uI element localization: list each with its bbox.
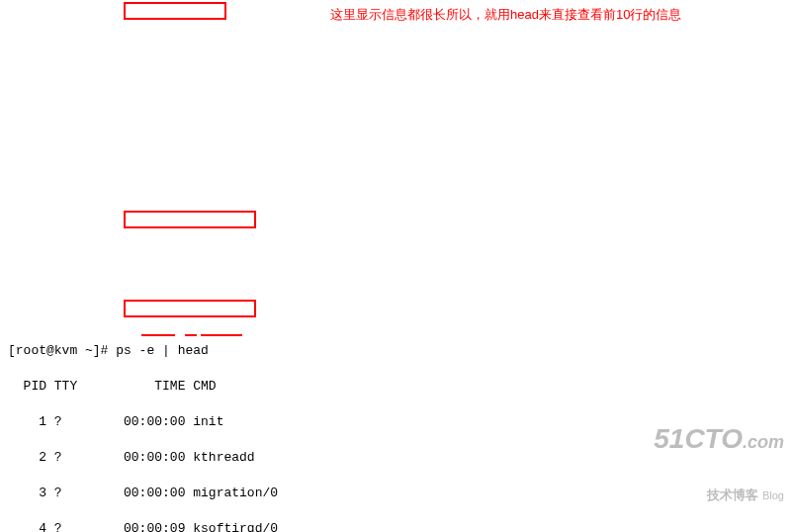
prompt-line-1: [root@kvm ~]# ps -e | head: [8, 342, 784, 360]
terminal[interactable]: [root@kvm ~]# ps -e | head PID TTY TIME …: [8, 324, 784, 532]
table-row: 2 ? 00:00:00 kthreadd: [8, 449, 784, 467]
table-row: 3 ? 00:00:00 migration/0: [8, 485, 784, 502]
annotation-text: 这里显示信息都很长所以，就用head来直接查看前10行的信息: [330, 6, 681, 24]
highlight-box-cmd2: [124, 211, 256, 228]
highlight-box-cmd3: [124, 300, 256, 317]
highlight-box-cmd1: [124, 2, 226, 20]
ps-e-header: PID TTY TIME CMD: [8, 378, 784, 396]
table-row: 1 ? 00:00:00 init: [8, 413, 784, 431]
command-1: ps -e | head: [116, 343, 209, 358]
prompt: [root@kvm ~]#: [8, 343, 116, 358]
table-row: 4 ? 00:00:09 ksoftirqd/0: [8, 520, 784, 532]
